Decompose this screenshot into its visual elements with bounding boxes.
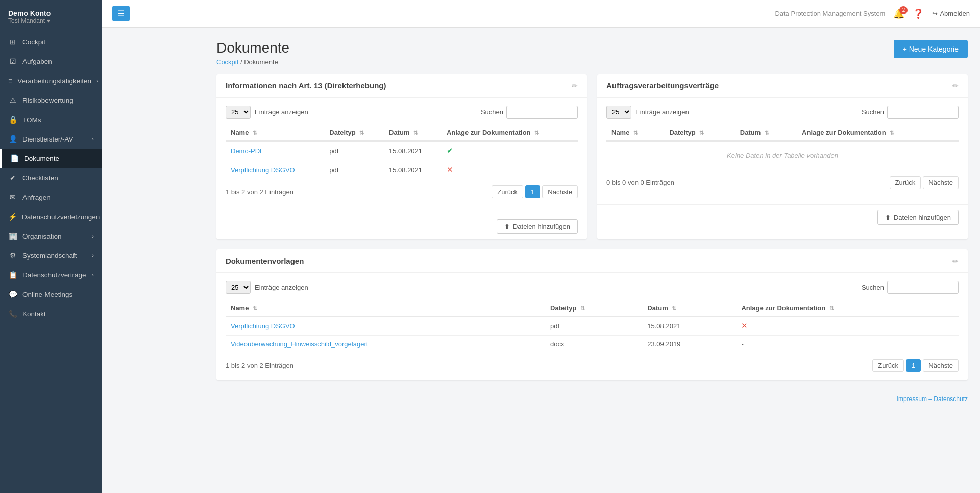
pagination-info-2: 0 bis 0 von 0 Einträgen [606, 179, 674, 186]
section-direkterhebung-body: 251050 Einträge anzeigen Suchen Name ⇅ D… [216, 98, 587, 206]
user-section: Demo Konto Test Mandant ▾ [0, 0, 102, 32]
section-vorlagen-body: 251050 Einträge anzeigen Suchen Name ⇅ D… [216, 273, 968, 380]
entries-control-1: 251050 Einträge anzeigen [226, 106, 308, 119]
sidebar-item-label-toms: TOMs [22, 116, 41, 124]
entries-select-1[interactable]: 251050 [226, 106, 251, 119]
section-vorlagen-edit-button[interactable]: ✏ [952, 257, 959, 265]
sidebar-item-anfragen[interactable]: ✉ Anfragen [0, 187, 102, 207]
sidebar-item-label-verarbeitungstaetigkeiten: Verarbeitungstätigkeiten [17, 77, 91, 85]
col-anlage-3[interactable]: Anlage zur Dokumentation ⇅ [736, 300, 959, 316]
entries-select-2[interactable]: 251050 [606, 106, 631, 119]
sidebar-item-toms[interactable]: 🔒 TOMs [0, 110, 102, 129]
dokumente-icon: 📄 [10, 154, 19, 162]
help-button[interactable]: ❓ [913, 8, 924, 19]
next-btn-1[interactable]: Nächste [542, 185, 578, 198]
col-dateityp-3[interactable]: Dateityp ⇅ [545, 300, 642, 316]
sidebar: Demo Konto Test Mandant ▾ ⊞ Cockpit ☑ Au… [0, 0, 102, 493]
sidebar-item-kontakt[interactable]: 📞 Kontakt [0, 304, 102, 323]
table-header-row-3: Name ⇅ Dateityp ⇅ Datum ⇅ Anlage zur Dok… [226, 300, 959, 316]
sidebar-item-datenschutzverletzungen[interactable]: ⚡ Datenschutzverletzungen [0, 207, 102, 226]
sidebar-item-label-kontakt: Kontakt [22, 310, 46, 318]
sidebar-item-risikobewertung[interactable]: ⚠ Risikobewertung [0, 90, 102, 110]
col-datum-1[interactable]: Datum ⇅ [384, 125, 442, 141]
back-btn-2[interactable]: Zurück [890, 176, 921, 189]
section-vorlagen-header: Dokumentenvorlagen ✏ [216, 249, 968, 273]
logout-button[interactable]: ↪ Abmelden [932, 10, 970, 17]
page-1-btn-3[interactable]: 1 [906, 359, 921, 372]
sidebar-item-label-anfragen: Anfragen [22, 194, 51, 201]
footer-separator: – [928, 395, 934, 403]
search-control-1: Suchen [481, 106, 578, 119]
section-avv-edit-button[interactable]: ✏ [952, 82, 959, 90]
table-row: Videoüberwachung_Hinweisschild_vorgelage… [226, 336, 959, 353]
breadcrumb: Cockpit / Dokumente [216, 58, 289, 66]
pagination-btns-2: Zurück Nächste [890, 176, 959, 189]
sidebar-item-dokumente[interactable]: 📄 Dokumente [0, 149, 102, 168]
next-btn-2[interactable]: Nächste [923, 176, 959, 189]
page-header: Dokumente Cockpit / Dokumente + Neue Kat… [216, 40, 968, 66]
sidebar-item-verarbeitungstaetigkeiten[interactable]: ≡ Verarbeitungstätigkeiten › [0, 71, 102, 90]
sidebar-item-label-risikobewertung: Risikobewertung [22, 97, 74, 104]
check-icon: ✔ [447, 146, 453, 155]
next-btn-3[interactable]: Nächste [923, 359, 959, 372]
sidebar-item-online-meetings[interactable]: 💬 Online-Meetings [0, 285, 102, 304]
table-header-row-1: Name ⇅ Dateityp ⇅ Datum ⇅ Anlage zur Dok… [226, 125, 578, 141]
entries-select-3[interactable]: 251050 [226, 281, 251, 294]
checklisten-icon: ✔ [8, 174, 17, 182]
page-1-btn-1[interactable]: 1 [525, 185, 540, 198]
back-btn-1[interactable]: Zurück [492, 185, 523, 198]
search-input-1[interactable] [506, 106, 578, 119]
upload-button-1[interactable]: ⬆ Dateien hinzufügen [497, 219, 578, 234]
sidebar-item-cockpit[interactable]: ⊞ Cockpit [0, 32, 102, 52]
col-dateityp-2[interactable]: Dateityp ⇅ [664, 125, 734, 141]
table-direkterhebung: Name ⇅ Dateityp ⇅ Datum ⇅ Anlage zur Dok… [226, 125, 578, 179]
col-anlage-2[interactable]: Anlage zur Dokumentation ⇅ [797, 125, 959, 141]
doc-link[interactable]: Verpflichtung DSGVO [231, 322, 295, 330]
entries-control-3: 251050 Einträge anzeigen [226, 281, 308, 294]
col-name-3[interactable]: Name ⇅ [226, 300, 545, 316]
section-direkterhebung-edit-button[interactable]: ✏ [572, 82, 578, 90]
sidebar-item-label-aufgaben: Aufgaben [22, 58, 52, 65]
search-input-2[interactable] [887, 106, 959, 119]
breadcrumb-home[interactable]: Cockpit [216, 58, 238, 66]
menu-toggle-button[interactable]: ☰ [112, 6, 130, 21]
search-label-3: Suchen [862, 284, 884, 291]
back-btn-3[interactable]: Zurück [872, 359, 904, 372]
sidebar-item-systemlandschaft[interactable]: ⚙ Systemlandschaft › [0, 246, 102, 265]
doc-link[interactable]: Verpflichtung DSGVO [231, 166, 295, 174]
sidebar-item-organisation[interactable]: 🏢 Organisation › [0, 226, 102, 246]
sidebar-item-label-organisation: Organisation [22, 232, 62, 240]
topbar: ☰ Data Protection Management System 🔔 2 … [102, 0, 980, 28]
sidebar-item-aufgaben[interactable]: ☑ Aufgaben [0, 52, 102, 71]
pagination-btns-3: Zurück 1 Nächste [872, 359, 959, 372]
upload-button-2[interactable]: ⬆ Dateien hinzufügen [877, 210, 959, 225]
impressum-link[interactable]: Impressum [897, 395, 927, 403]
sidebar-item-label-systemlandschaft: Systemlandschaft [22, 252, 77, 260]
pagination-2: 0 bis 0 von 0 Einträgen Zurück Nächste [606, 176, 959, 189]
col-datum-3[interactable]: Datum ⇅ [642, 300, 736, 316]
sidebar-item-dienstleister-av[interactable]: 👤 Dienstleister/-AV › [0, 129, 102, 149]
doc-link[interactable]: Demo-PDF [231, 147, 264, 155]
datenschutz-link[interactable]: Datenschutz [934, 395, 968, 403]
search-input-3[interactable] [887, 281, 959, 294]
section-vorlagen: Dokumentenvorlagen ✏ 251050 Einträge anz… [216, 249, 968, 380]
entries-label-3: Einträge anzeigen [255, 284, 308, 291]
col-anlage-1[interactable]: Anlage zur Dokumentation ⇅ [442, 125, 578, 141]
upload-row-1: ⬆ Dateien hinzufügen [216, 214, 587, 239]
table-row: Demo-PDF pdf 15.08.2021 ✔ [226, 141, 578, 160]
sidebar-item-datenschutzvertraege[interactable]: 📋 Datenschutzverträge › [0, 265, 102, 285]
col-name-1[interactable]: Name ⇅ [226, 125, 324, 141]
col-name-2[interactable]: Name ⇅ [606, 125, 664, 141]
empty-message-2: Keine Daten in der Tabelle vorhanden [606, 141, 959, 170]
doc-link[interactable]: Videoüberwachung_Hinweisschild_vorgelage… [231, 340, 368, 348]
table-controls-3: 251050 Einträge anzeigen Suchen [226, 281, 959, 294]
notifications-button[interactable]: 🔔 2 [893, 8, 904, 19]
table-header-row-2: Name ⇅ Dateityp ⇅ Datum ⇅ Anlage zur Dok… [606, 125, 959, 141]
breadcrumb-current: Dokumente [244, 58, 278, 66]
col-datum-2[interactable]: Datum ⇅ [735, 125, 797, 141]
page-title: Dokumente [216, 40, 289, 56]
new-category-button[interactable]: + Neue Kategorie [894, 40, 968, 58]
user-tenant[interactable]: Test Mandant ▾ [8, 17, 94, 25]
col-dateityp-1[interactable]: Dateityp ⇅ [324, 125, 384, 141]
sidebar-item-checklisten[interactable]: ✔ Checklisten [0, 168, 102, 187]
